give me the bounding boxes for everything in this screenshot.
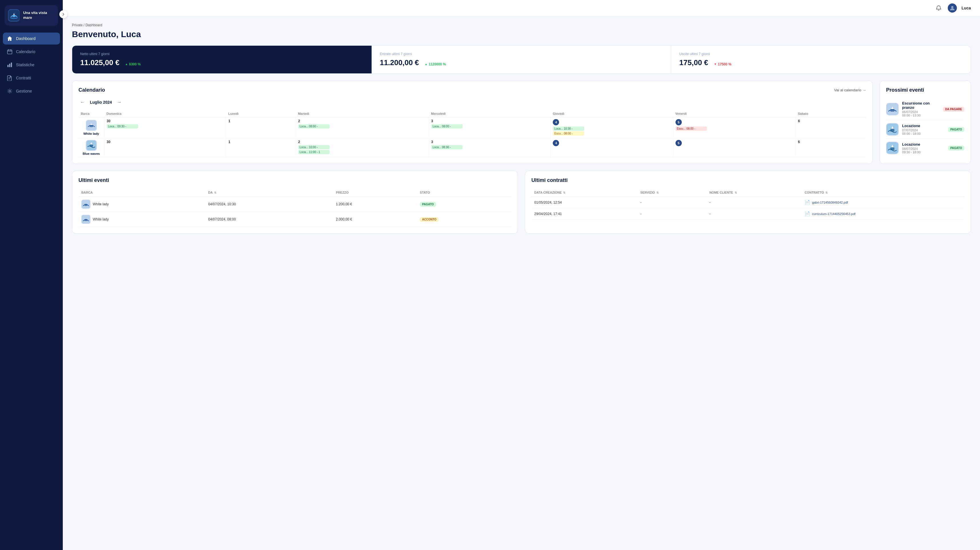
svg-rect-20 <box>890 147 894 150</box>
svg-point-10 <box>951 6 953 8</box>
table-row[interactable]: White lady 04/07/2024, 10:30 1.200,00 € … <box>78 197 511 212</box>
recent-events-title: Ultimi eventi <box>78 177 109 183</box>
contracts-title: Ultimi contratti <box>531 177 568 183</box>
cal-event[interactable]: Loca... 08:00 - <box>298 124 329 129</box>
svg-rect-5 <box>11 62 12 67</box>
col-da[interactable]: DA ⇅ <box>205 188 333 197</box>
cal-header-lunedi: Lunedì <box>226 110 296 117</box>
cal-row-blue-waves: Blue waves 30 1 2 Loca... 10: <box>78 138 866 157</box>
breadcrumb: Private / Dashboard <box>72 23 971 27</box>
document-icon <box>7 75 13 81</box>
sidebar-item-gestione[interactable]: Gestione <box>3 85 60 97</box>
col-contratto[interactable]: CONTRATTO ⇅ <box>802 188 964 197</box>
boat-name-white-lady: White lady <box>83 132 99 136</box>
svg-rect-3 <box>8 65 9 67</box>
status-badge: PAGATO <box>420 202 436 207</box>
cal-event[interactable]: Loca... 08:30 - <box>431 145 463 149</box>
metric-entrate-label: Entrate ultimi 7 giorni <box>380 52 663 56</box>
cal-event[interactable]: Escu... 08:00 - <box>553 131 584 136</box>
event-date-3: 08/07/2024 09:30 - 18:00 <box>902 147 945 154</box>
col-servizio[interactable]: SERVIZIO ⇅ <box>638 188 706 197</box>
pdf-icon: 📄 <box>805 199 810 205</box>
page-content: Private / Dashboard Benvenuto, Luca Nett… <box>63 16 980 550</box>
home-icon <box>7 36 13 41</box>
event-item[interactable]: Escursione con pranzo 06/07/2024 08:00 -… <box>886 98 964 120</box>
notifications-button[interactable] <box>934 3 943 13</box>
metric-entrate: Entrate ultimi 7 giorni 11.200,00 € ▲ 11… <box>372 46 671 73</box>
event-item[interactable]: Locazione 08/07/2024 09:30 - 18:00 PAGAT… <box>886 139 964 157</box>
event-item[interactable]: Locazione 07/07/2024 08:00 - 18:00 PAGAT… <box>886 120 964 139</box>
boat-thumb-1 <box>81 199 91 209</box>
metric-uscite: Uscite ultimi 7 giorni 175,00 € ▼ 17500 … <box>671 46 970 73</box>
contract-filename-1[interactable]: gabri-1714560849242.pdf <box>812 201 848 204</box>
sidebar-item-calendario[interactable]: Calendario <box>3 46 60 58</box>
cal-header-sabato: Sabato <box>795 110 866 117</box>
sidebar-label-calendario: Calendario <box>16 49 35 54</box>
table-row[interactable]: 29/04/2024, 17:41 - - 📄 curriculum-17144… <box>531 208 964 220</box>
metric-netto-label: Netto ultimi 7 giorni <box>80 52 364 56</box>
table-row[interactable]: 01/05/2024, 12:54 - - 📄 gabri-1714560849… <box>531 197 964 208</box>
cal-header-domenica: Domenica <box>104 110 226 117</box>
calendar-prev-button[interactable]: ← <box>78 98 86 106</box>
contract-filename-2[interactable]: curriculum-1714405256453.pdf <box>812 212 855 215</box>
up-arrow-icon: ▲ <box>425 62 428 66</box>
svg-rect-16 <box>890 109 894 112</box>
cal-event[interactable]: Loca... 09:30 - <box>107 124 138 129</box>
brand-logo <box>8 9 20 22</box>
event-name-2: Locazione <box>902 124 945 128</box>
metric-uscite-badge: ▼ 17500 % <box>712 62 734 67</box>
event-badge-2: PAGATO <box>948 127 964 132</box>
cal-event[interactable]: Escu... 08:00 - <box>676 126 707 131</box>
sidebar-label-dashboard: Dashboard <box>16 36 36 41</box>
cal-header-mercoledi: Mercoledì <box>429 110 550 117</box>
down-arrow-icon: ▼ <box>714 62 717 66</box>
sidebar-item-dashboard[interactable]: Dashboard <box>3 33 60 45</box>
sidebar-navigation: Dashboard Calendario Statistiche <box>0 33 63 97</box>
cal-event[interactable]: Loca... 11:00 - 1 <box>298 150 329 154</box>
recent-events-section: Ultimi eventi BARCA DA ⇅ PREZZO STATO <box>72 171 518 234</box>
calendar-table: Barca Domenica Lunedì Martedì Mercoledì … <box>78 110 866 157</box>
sidebar-brand[interactable]: Una vita vista mare <box>5 5 58 26</box>
calendar-navigation: ← Luglio 2024 → <box>78 98 866 106</box>
event-badge-3: PAGATO <box>948 146 964 150</box>
metric-uscite-value: 175,00 € <box>679 58 708 67</box>
settings-icon <box>7 88 13 94</box>
col-stato: STATO <box>417 188 511 197</box>
event-name-3: Locazione <box>902 142 945 147</box>
metric-uscite-label: Uscite ultimi 7 giorni <box>679 52 963 56</box>
metric-netto-value: 11.025,00 € <box>80 58 119 67</box>
avatar <box>948 3 957 13</box>
event-badge-1: DA PAGARE <box>943 107 964 112</box>
col-prezzo: PREZZO <box>333 188 417 197</box>
breadcrumb-current: Dashboard <box>85 23 102 27</box>
col-nome-cliente[interactable]: NOME CLIENTE ⇅ <box>706 188 802 197</box>
boat-name-blue-waves: Blue waves <box>83 152 100 155</box>
svg-rect-12 <box>90 125 93 127</box>
content-row: Calendario Vai al calendario → ← Luglio … <box>72 81 971 164</box>
cal-event[interactable]: Loca... 08:00 - <box>431 124 463 129</box>
sidebar: Una vita vista mare Dashboard Calendario <box>0 0 63 550</box>
cal-row-white-lady: White lady 30 Loca... 09:30 - 1 <box>78 117 866 138</box>
bottom-row: Ultimi eventi BARCA DA ⇅ PREZZO STATO <box>72 171 971 234</box>
col-data-creazione[interactable]: DATA CREAZIONE ⇅ <box>531 188 638 197</box>
vai-al-calendario-link[interactable]: Vai al calendario → <box>834 88 866 92</box>
sidebar-label-contratti: Contratti <box>16 76 31 80</box>
table-row[interactable]: White lady 04/07/2024, 08:00 2.000,00 € … <box>78 212 511 227</box>
breadcrumb-separator: / <box>84 23 84 27</box>
cal-event[interactable]: Loca... 10:30 - <box>553 126 584 131</box>
cal-event[interactable]: Loca... 10:00 - <box>298 145 329 149</box>
sidebar-collapse-button[interactable] <box>59 10 67 18</box>
event-img-2 <box>886 123 899 136</box>
cal-header-martedi: Martedì <box>296 110 429 117</box>
svg-rect-14 <box>90 145 93 147</box>
sidebar-item-contratti[interactable]: Contratti <box>3 72 60 84</box>
calendar-icon <box>7 49 13 54</box>
calendar-next-button[interactable]: → <box>115 98 123 106</box>
sidebar-label-gestione: Gestione <box>16 89 32 93</box>
contracts-table: DATA CREAZIONE ⇅ SERVIZIO ⇅ NOME CLIENTE… <box>531 188 964 220</box>
upcoming-events-section: Prossimi eventi Escursione con pranzo <box>880 81 971 164</box>
svg-point-8 <box>9 90 11 92</box>
sidebar-item-statistiche[interactable]: Statistiche <box>3 59 60 71</box>
metric-netto-badge: ▲ 6300 % <box>123 62 143 67</box>
svg-rect-24 <box>84 219 88 221</box>
